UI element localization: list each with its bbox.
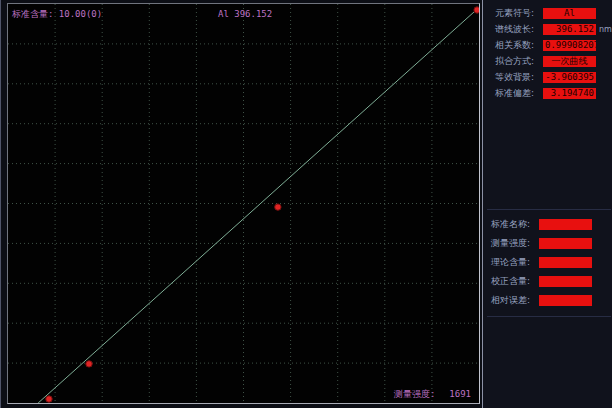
field-label: 相对误差: (491, 294, 539, 307)
standard-content-label: 标准含量: (12, 9, 53, 19)
field-unit: nm (599, 25, 612, 34)
plot-canvas (8, 4, 479, 403)
sample-result-row: 相对误差: (487, 291, 611, 310)
intensity-annotation: 测量强度:1691 (394, 389, 471, 399)
sample-result-row: 标准名称: (487, 215, 611, 234)
curve-info-row: 元素符号:Al (483, 5, 612, 21)
field-label: 校正含量: (491, 275, 539, 288)
field-value: 一次曲线 (543, 56, 596, 67)
field-value: 396.152 (543, 24, 596, 35)
curve-info-row: 等效背景:-3.960395 (483, 69, 612, 85)
field-label: 拟合方式: (495, 55, 543, 68)
sample-result-rows: 标准名称:测量强度:理论含量:校正含量:相对误差: (487, 209, 611, 317)
intensity-value: 1691 (449, 389, 471, 399)
standard-content-annotation: 标准含量: 10.00(0) (12, 9, 102, 19)
field-label: 谱线波长: (495, 23, 543, 36)
calibration-plot: 标准含量: 10.00(0) Al 396.152 测量强度:1691 (7, 3, 480, 404)
field-label: 等效背景: (495, 71, 543, 84)
field-label: 测量强度: (491, 237, 539, 250)
app-window: 标准含量: 10.00(0) Al 396.152 测量强度:1691 元素符号… (0, 0, 612, 408)
field-value: Al (543, 8, 596, 19)
field-label: 理论含量: (491, 256, 539, 269)
sample-result-row: 测量强度: (487, 234, 611, 253)
standard-content-value: 10.00(0) (59, 9, 102, 19)
field-value: 0.99908207 (543, 40, 596, 51)
field-label: 相关系数: (495, 39, 543, 52)
intensity-label: 测量强度: (394, 389, 435, 399)
sample-result-row: 理论含量: (487, 253, 611, 272)
field-value (539, 219, 592, 230)
field-value (539, 257, 592, 268)
curve-info-row: 谱线波长:396.152nm (483, 21, 612, 37)
curve-info-rows: 元素符号:Al谱线波长:396.152nm相关系数:0.99908207拟合方式… (483, 5, 612, 101)
field-label: 标准名称: (491, 218, 539, 231)
line-title: Al 396.152 (218, 9, 272, 19)
field-label: 元素符号: (495, 7, 543, 20)
curve-info-row: 相关系数:0.99908207 (483, 37, 612, 53)
sample-result-row: 校正含量: (487, 272, 611, 291)
field-label: 标准偏差: (495, 87, 543, 100)
field-value: -3.960395 (543, 72, 596, 83)
results-panel: 元素符号:Al谱线波长:396.152nm相关系数:0.99908207拟合方式… (482, 0, 612, 408)
field-value: 3.194740 (543, 88, 596, 99)
field-value (539, 276, 592, 287)
field-value (539, 238, 592, 249)
curve-info-row: 标准偏差:3.194740 (483, 85, 612, 101)
curve-info-row: 拟合方式:一次曲线 (483, 53, 612, 69)
field-value (539, 295, 592, 306)
